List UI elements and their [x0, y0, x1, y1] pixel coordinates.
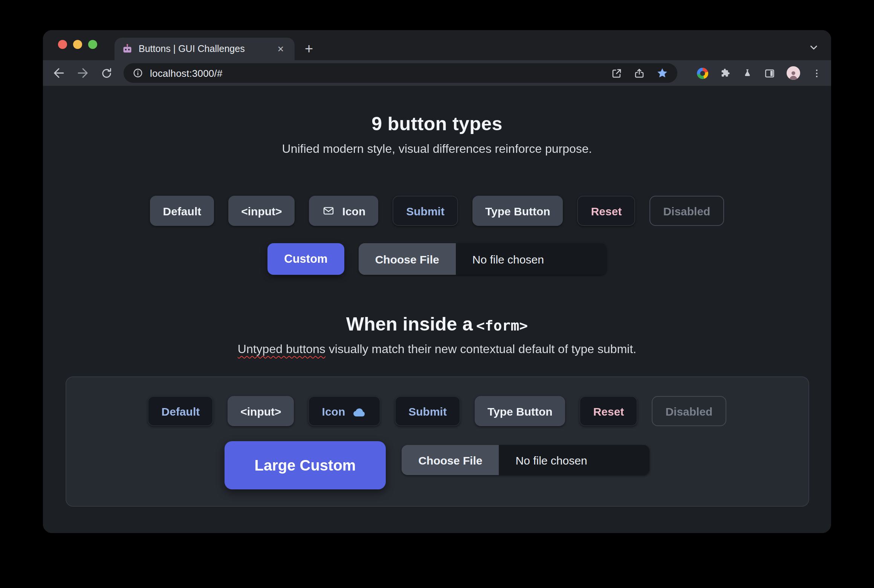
form-disabled-button: Disabled [652, 396, 726, 426]
default-button[interactable]: Default [150, 196, 214, 226]
labs-flask-icon[interactable] [742, 67, 753, 79]
form-input-button[interactable]: <input> [228, 396, 294, 426]
button-label: Type Button [487, 405, 553, 417]
window-controls [58, 40, 97, 49]
form-section-title-text: When inside a [346, 313, 473, 334]
button-label: Large Custom [255, 457, 356, 474]
new-tab-button[interactable]: + [299, 39, 319, 59]
button-label: Disabled [663, 204, 710, 217]
site-info-icon[interactable] [133, 68, 143, 78]
forward-icon[interactable] [76, 66, 90, 80]
form-submit-button[interactable]: Submit [395, 396, 460, 426]
toolbar-extension-icons [697, 60, 822, 86]
nav-buttons [52, 60, 113, 86]
form-default-button[interactable]: Default [148, 396, 214, 426]
color-wheel-extension-icon[interactable] [697, 67, 708, 79]
button-label: Default [162, 405, 200, 417]
reload-icon[interactable] [100, 67, 113, 79]
open-in-new-icon[interactable] [611, 67, 622, 79]
form-section-subtitle: Untyped buttons visually match their new… [43, 343, 831, 356]
button-label: Custom [284, 252, 327, 266]
tab-search-chevron-icon[interactable] [805, 38, 823, 56]
tab-title: Buttons | GUI Challenges [139, 44, 268, 54]
envelope-icon [322, 205, 336, 217]
form-section-subtitle-rest: visually match their new contextual defa… [325, 343, 636, 355]
page-subtitle: Unified modern style, visual differences… [43, 142, 831, 156]
form-reset-button[interactable]: Reset [580, 396, 638, 426]
screenshot-stage: Buttons | GUI Challenges ✕ + localhost:3… [0, 0, 874, 588]
side-panel-icon[interactable] [764, 67, 775, 79]
button-label: Icon [322, 405, 345, 417]
cloud-icon [352, 405, 367, 417]
profile-avatar[interactable] [787, 66, 800, 80]
form-choose-file-button[interactable]: Choose File [402, 445, 499, 475]
button-row-custom: Custom Choose File No file chosen [43, 243, 831, 275]
form-section-title-code: <form> [476, 317, 528, 334]
button-label: Reset [591, 204, 622, 217]
submit-button[interactable]: Submit [393, 196, 458, 226]
icon-button[interactable]: Icon [309, 196, 379, 226]
browser-tab[interactable]: Buttons | GUI Challenges ✕ [115, 38, 295, 60]
button-label: Type Button [485, 204, 550, 217]
form-section-title: When inside a <form> [43, 313, 831, 335]
button-label: <input> [240, 405, 281, 417]
button-row-form-bottom: Large Custom Choose File No file chosen [43, 441, 831, 489]
form-icon-button[interactable]: Icon [309, 396, 381, 426]
close-window-button[interactable] [58, 40, 67, 49]
file-input[interactable]: Choose File No file chosen [359, 243, 607, 275]
type-button[interactable]: Type Button [472, 196, 563, 226]
form-file-status-text: No file chosen [499, 445, 649, 475]
url-text: localhost:3000/# [150, 67, 223, 79]
button-label: Submit [406, 204, 445, 217]
button-row-form: Default <input> Icon Submit Type Button … [43, 396, 831, 426]
spellcheck-underlined-text: Untyped buttons [238, 343, 325, 355]
button-label: Disabled [665, 405, 712, 417]
disabled-button: Disabled [649, 196, 724, 226]
button-label: Default [163, 204, 202, 217]
choose-file-button[interactable]: Choose File [359, 243, 456, 275]
button-label: <input> [241, 204, 282, 217]
menu-kebab-icon[interactable] [811, 67, 822, 79]
file-status-text: No file chosen [456, 243, 607, 275]
button-row-top: Default <input> Icon Submit Type Button … [43, 196, 831, 226]
form-type-button[interactable]: Type Button [475, 396, 565, 426]
button-label: Submit [408, 405, 447, 417]
button-label: Reset [593, 405, 624, 417]
page-title: 9 button types [43, 113, 831, 135]
browser-window: Buttons | GUI Challenges ✕ + localhost:3… [43, 30, 831, 533]
robot-favicon-icon [122, 44, 133, 54]
share-icon[interactable] [634, 67, 645, 79]
input-button[interactable]: <input> [228, 196, 295, 226]
omnibox-action-icons [611, 67, 668, 79]
close-tab-icon[interactable]: ✕ [274, 43, 287, 55]
page-content: 9 button types Unified modern style, vis… [43, 86, 831, 533]
minimize-window-button[interactable] [73, 40, 82, 49]
large-custom-button[interactable]: Large Custom [225, 441, 386, 489]
custom-button[interactable]: Custom [267, 243, 344, 275]
tab-strip: Buttons | GUI Challenges ✕ + [43, 30, 831, 60]
browser-toolbar: localhost:3000/# [43, 60, 831, 86]
zoom-window-button[interactable] [88, 40, 97, 49]
reset-button[interactable]: Reset [578, 196, 636, 226]
back-icon[interactable] [52, 66, 66, 80]
form-file-input[interactable]: Choose File No file chosen [402, 445, 649, 475]
button-label: Icon [342, 204, 366, 217]
address-bar[interactable]: localhost:3000/# [124, 63, 677, 83]
extensions-puzzle-icon[interactable] [720, 67, 731, 79]
bookmark-star-icon[interactable] [656, 67, 668, 79]
